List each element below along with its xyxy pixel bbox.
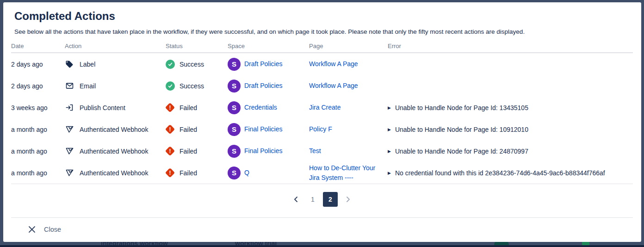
webhook-send-icon: [65, 168, 74, 178]
status-label: Failed: [180, 104, 197, 111]
failed-icon: !: [165, 168, 175, 178]
table-row: 3 weeks ago Publish Content ! Failed S C…: [11, 97, 633, 118]
space-cell: S Final Policies: [228, 145, 309, 158]
space-avatar: S: [228, 101, 241, 114]
page-link[interactable]: Test: [309, 146, 321, 156]
failed-icon: !: [165, 146, 175, 156]
success-icon: [166, 81, 175, 91]
status-cell: Success: [166, 81, 228, 91]
date-cell: 3 weeks ago: [11, 104, 65, 111]
status-cell: ! Failed: [166, 148, 228, 155]
error-cell: ▶ No credential found with this id 2e384…: [388, 169, 633, 177]
tag-icon: [65, 60, 74, 69]
column-header-status: Status: [166, 43, 228, 52]
status-cell: ! Failed: [166, 126, 228, 133]
space-link[interactable]: Q: [244, 168, 249, 178]
success-icon: [166, 60, 175, 69]
action-label: Publish Content: [80, 104, 125, 111]
error-cell: ▶ Unable to Handle Node for Page Id: 109…: [388, 126, 633, 133]
table-row: 2 days ago Label Success S Draft Policie…: [11, 53, 633, 75]
action-label: Authenticated Webhook: [80, 148, 148, 155]
page-cell: Workflow A Page: [309, 59, 388, 69]
previous-page-button[interactable]: [290, 192, 303, 207]
table-header: Date Action Status Space Page Error: [11, 42, 633, 53]
column-header-space: Space: [228, 43, 309, 52]
table-row: a month ago Authenticated Webhook ! Fail…: [11, 118, 633, 140]
date-cell: a month ago: [11, 148, 65, 155]
error-text: Unable to Handle Node for Page Id: 10912…: [395, 126, 528, 133]
expand-triangle-icon[interactable]: ▶: [388, 127, 391, 132]
error-cell: ▶ Unable to Handle Node for Page Id: 134…: [388, 104, 633, 111]
space-cell: S Draft Policies: [228, 58, 309, 71]
page-link[interactable]: Jira Create: [309, 103, 341, 112]
modal-footer: Close: [11, 218, 633, 234]
column-header-action: Action: [65, 43, 166, 52]
space-cell: S Final Policies: [228, 123, 309, 136]
error-text: No credential found with this id 2e38423…: [395, 169, 605, 177]
table-row: 2 days ago Email Success S Draft Policie…: [11, 75, 633, 97]
page-cell: Jira Create: [309, 103, 388, 112]
table-row: a month ago Authenticated Webhook ! Fail…: [11, 140, 633, 162]
page-cell: Policy F: [309, 124, 388, 134]
expand-triangle-icon[interactable]: ▶: [388, 105, 391, 110]
expand-triangle-icon[interactable]: ▶: [388, 171, 391, 175]
error-text: Unable to Handle Node for Page Id: 13435…: [395, 104, 528, 111]
failed-icon: !: [165, 103, 175, 112]
status-label: Failed: [180, 148, 197, 155]
page-title: Completed Actions: [14, 9, 633, 24]
action-cell: Label: [65, 60, 166, 69]
page-link[interactable]: Workflow A Page: [309, 59, 358, 69]
status-cell: ! Failed: [166, 169, 228, 177]
close-icon: [28, 225, 36, 234]
page-link[interactable]: Workflow A Page: [309, 81, 358, 91]
pagination: 1 2: [11, 192, 633, 207]
table-row: a month ago Authenticated Webhook ! Fail…: [11, 162, 633, 184]
background-dark-bar: [0, 245, 644, 247]
table-body: 2 days ago Label Success S Draft Policie…: [11, 53, 633, 184]
space-link[interactable]: Credentials: [244, 103, 277, 112]
close-button-label: Close: [44, 226, 61, 233]
action-label: Authenticated Webhook: [80, 126, 148, 133]
status-cell: ! Failed: [166, 104, 228, 111]
status-label: Failed: [180, 169, 197, 177]
envelope-icon: [65, 81, 74, 91]
status-cell: Success: [166, 60, 228, 69]
action-cell: Authenticated Webhook: [65, 125, 166, 134]
page-cell: How to De-Clutter Your Jira System ----: [309, 163, 388, 183]
page-number-button[interactable]: 1: [306, 192, 319, 207]
page-cell: Workflow A Page: [309, 81, 388, 91]
space-cell: S Draft Policies: [228, 80, 309, 93]
action-cell: Publish Content: [65, 103, 166, 112]
error-cell: ▶ Unable to Handle Node for Page Id: 248…: [388, 148, 633, 155]
space-avatar: S: [228, 123, 241, 136]
error-text: Unable to Handle Node for Page Id: 24870…: [395, 148, 528, 155]
column-header-date: Date: [11, 43, 65, 52]
space-link[interactable]: Draft Policies: [244, 59, 282, 69]
status-label: Failed: [180, 126, 197, 133]
space-link[interactable]: Final Policies: [244, 146, 282, 156]
action-cell: Authenticated Webhook: [65, 147, 166, 156]
publish-content-icon: [65, 103, 74, 112]
space-cell: S Credentials: [228, 101, 309, 114]
page-link[interactable]: Policy F: [309, 124, 332, 134]
date-cell: 2 days ago: [11, 82, 65, 90]
column-header-error: Error: [388, 43, 633, 52]
space-link[interactable]: Draft Policies: [244, 81, 282, 91]
date-cell: 2 days ago: [11, 61, 65, 68]
space-link[interactable]: Final Policies: [244, 124, 282, 134]
page-link[interactable]: How to De-Clutter Your Jira System ----: [309, 163, 382, 183]
close-button[interactable]: Close: [28, 225, 61, 234]
webhook-send-icon: [65, 147, 74, 156]
expand-triangle-icon[interactable]: ▶: [388, 149, 391, 154]
webhook-send-icon: [65, 125, 74, 134]
modal-description: See below all the actions that have take…: [14, 28, 633, 36]
action-label: Label: [80, 61, 95, 68]
space-avatar: S: [228, 58, 241, 71]
space-avatar: S: [228, 167, 241, 179]
date-cell: a month ago: [11, 126, 65, 133]
page-number-button-current[interactable]: 2: [323, 192, 338, 207]
space-avatar: S: [228, 80, 241, 93]
failed-icon: !: [165, 124, 175, 134]
action-label: Email: [80, 82, 96, 90]
next-page-button[interactable]: [341, 192, 354, 207]
